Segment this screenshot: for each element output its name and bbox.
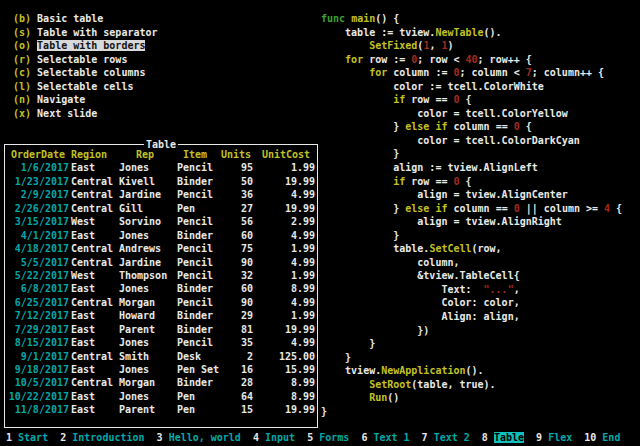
code-segment [321,40,369,51]
code-segment: if [393,94,405,105]
table-cell: East [71,161,117,174]
code-segment: for [345,54,363,65]
menu-item-table-with-separator[interactable]: (s) Table with separator [13,26,158,40]
menu: (b) Basic table(s) Table with separator(… [13,12,158,120]
table-header-cell: UnitCost [257,148,315,161]
menu-item-selectable-rows[interactable]: (r) Selectable rows [13,53,158,67]
code-line: column, [321,256,622,270]
slide-item-flex[interactable]: 9 Flex [536,432,572,443]
table-cell: 2 [219,350,253,363]
table-cell: Kivell [119,175,171,188]
table-cell: 6/25/2017 [7,296,69,309]
menu-item-selectable-cells[interactable]: (l) Selectable cells [13,80,158,94]
slide-item-table[interactable]: 8 Table [482,432,524,443]
code-segment: , [514,284,520,295]
slide-item-input[interactable]: 4 Input [253,432,295,443]
code-line: func main() { [321,12,622,26]
table-cell: Jones [119,161,171,174]
menu-item-next-slide[interactable]: (x) Next slide [13,107,158,121]
code-line: align := tview.AlignLeft [321,161,622,175]
code-segment: () [387,392,399,403]
table-cell: 4.99 [257,296,315,309]
code-segment: Align: align, [321,311,520,322]
table-cell: 1/23/2017 [7,175,69,188]
code-segment: ; column++ { [532,67,604,78]
code-segment: } [321,121,405,132]
table-cell: Jardine [119,188,171,201]
code-segment: color = tcell.ColorYellow [321,108,568,119]
code-segment [321,379,369,390]
menu-item-navigate[interactable]: (n) Navigate [13,93,158,107]
code-line: Color: color, [321,296,622,310]
code-line: Align: align, [321,310,622,324]
slide-number: 4 [253,432,259,443]
code-segment: if [435,203,447,214]
table-row: 7/12/2017EastHowardBinder291.99 [5,309,317,322]
menu-item-label: Table with separator [37,27,157,38]
table-body: OrderDateRegionRepItemUnitsUnitCost1/6/2… [5,145,317,417]
slide-number: 10 [584,432,596,443]
menu-shortcut-key: (c) [13,67,31,78]
code-line: table := tview.NewTable(). [321,26,622,40]
table-cell: 4.99 [257,229,315,242]
code-segment: align = tview.AlignCenter [321,189,568,200]
table-cell: Morgan [119,296,171,309]
table-cell: 1.99 [257,269,315,282]
code-line: } [321,147,622,161]
table-row: 10/22/2017EastJonesPen648.99 [5,390,317,403]
code-segment: } [321,203,405,214]
table-cell: Pencil [177,215,223,228]
code-segment: else [405,203,429,214]
slide-item-text-1[interactable]: 6 Text 1 [361,432,409,443]
table-header-cell: Region [71,148,117,161]
table-cell: 29 [219,309,253,322]
slide-item-end[interactable]: 10 End [584,432,620,443]
slide-item-hello-world[interactable]: 3 Hello, world [157,432,241,443]
code-segment: &tview.TableCell{ [321,270,520,281]
menu-shortcut-key: (x) [13,108,31,119]
slide-item-text-2[interactable]: 7 Text 2 [422,432,470,443]
code-segment: (row, [472,243,502,254]
slide-label: Introduction [72,432,144,443]
code-segment: { [610,203,622,214]
menu-item-label: Navigate [37,94,85,105]
table-cell: 8.99 [257,390,315,403]
table-cell: Central [71,376,117,389]
slide-item-start[interactable]: 1 Start [6,432,48,443]
table-header-cell: Rep [119,148,171,161]
menu-item-basic-table[interactable]: (b) Basic table [13,12,158,26]
code-line: } else if column == 0 || column >= 4 { [321,202,622,216]
menu-item-selectable-columns[interactable]: (c) Selectable columns [13,66,158,80]
table-cell: Jones [119,229,171,242]
code-segment: Text: [321,284,484,295]
code-segment: for [369,67,387,78]
code-segment: (). [484,27,502,38]
slide-item-introduction[interactable]: 2 Introduction [60,432,144,443]
table-cell: Sorvino [119,215,171,228]
table-cell: 19.99 [257,175,315,188]
table-cell: Central [71,202,117,215]
table-cell: Desk [177,350,223,363]
table-cell: Howard [119,309,171,322]
table-cell: 125.00 [257,350,315,363]
code-line: Text: "...", [321,283,622,297]
table-cell: 10/22/2017 [7,390,69,403]
table-cell: Binder [177,175,223,188]
table-cell: Parent [119,323,171,336]
table-cell: Central [71,256,117,269]
code-segment [321,94,393,105]
table-cell: 36 [219,188,253,201]
code-segment: func [321,13,345,24]
code-segment: } [321,338,375,349]
table-cell: East [71,336,117,349]
menu-shortcut-key: (b) [13,13,31,24]
table-cell: 28 [219,376,253,389]
code-segment: } [321,230,399,241]
slide-item-forms[interactable]: 5 Forms [307,432,349,443]
table-cell: 2.99 [257,215,315,228]
menu-item-table-with-borders[interactable]: (o) Table with borders [13,39,158,53]
table-cell: East [71,282,117,295]
code-line: align = tview.AlignRight [321,215,622,229]
table-cell: Binder [177,309,223,322]
table-cell: Parent [119,403,171,416]
